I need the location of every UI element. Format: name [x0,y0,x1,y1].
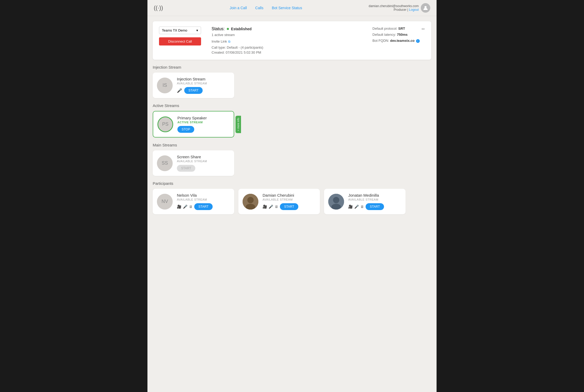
nav-bot-service-status[interactable]: Bot Service Status [272,6,302,10]
svg-point-0 [424,6,427,8]
participant-avatar-jonatan [328,194,344,210]
screen-share-card: SS Screen Share AVAILABLE STREAM START [153,150,234,176]
fqdn-info-icon[interactable]: i [416,39,420,43]
injection-stream-card: IS Injection Stream AVAILABLE STREAM 🎤 S… [153,73,234,98]
participants-row: NV Nelson Vila AVAILABLE STREAM 🎥 🎤 🖥 ST… [153,189,431,214]
injection-stream-title: Injection Stream [153,65,431,69]
nav-join-call[interactable]: Join a Call [230,6,247,10]
screen-share-start-button[interactable]: START [177,165,195,172]
call-card: Teams TX Demo ▾ Disconnect Call Status: … [153,21,431,60]
participants-section: Participants NV Nelson Vila AVAILABLE ST… [153,181,431,214]
status-value: Established [231,27,252,31]
main-streams-title: Main Streams [153,143,431,147]
default-protocol: Default protocol: SRT [372,27,425,30]
injection-stream-section: Injection Stream IS Injection Stream AVA… [153,65,431,98]
user-area: damian.cherubini@southworks.com Producer… [369,3,430,13]
participant-start-button-jonatan[interactable]: START [366,203,384,210]
injection-start-button[interactable]: START [184,87,203,94]
mic-icon-damian: 🎤 [269,205,273,209]
navigation: Join a Call Calls Bot Service Status [230,6,302,10]
logo: ((·)) [154,4,163,11]
primary-speaker-status: ACTIVE STREAM [177,121,229,124]
screen-icon-nelson: 🖥 [189,205,193,209]
primary-speaker-avatar: PS [157,116,173,132]
active-streams-title: Active Streams [153,103,431,108]
mic-icon-nelson: 🎤 [183,205,187,209]
active-stream-count: 1 active stream [212,33,362,37]
participant-start-button-nelson[interactable]: START [194,203,213,210]
primary-speaker-name: Primary Speaker [177,116,229,120]
mic-icon-jonatan: 🎤 [354,205,359,209]
bot-fqdn: Bot FQDN: dev.teamstx.co i [372,39,425,43]
chevron-down-icon: ▾ [196,28,198,32]
user-role: Producer | Logout [369,8,419,12]
screen-icon-jonatan: 🖥 [360,205,364,209]
call-info: Status: Established 1 active stream Invi… [212,27,362,54]
participant-card-damian: Damian Cherubini AVAILABLE STREAM 🎥 🎤 🖥 … [238,189,320,214]
participant-info-jonatan: Jonatan Medinilla AVAILABLE STREAM 🎥 🎤 🖥… [348,193,401,210]
user-info: damian.cherubini@southworks.com Producer… [369,4,419,12]
copy-icon[interactable]: ⧉ [228,40,230,43]
created-at: Created: 07/08/2021 5:02:30 PM [212,50,362,54]
primary-speaker-card: PS Primary Speaker ACTIVE STREAM STOP + … [153,111,234,138]
participant-info-damian: Damian Cherubini AVAILABLE STREAM 🎥 🎤 🖥 … [263,193,316,210]
active-streams-section: Active Streams PS Primary Speaker ACTIVE… [153,103,431,138]
screen-icon-damian: 🖥 [275,205,278,209]
status-dot [227,28,229,30]
primary-speaker-controls: STOP [177,126,229,133]
primary-speaker-stop-button[interactable]: STOP [177,126,194,133]
participant-name-damian: Damian Cherubini [263,193,316,197]
more-info-tab[interactable]: + more info [235,115,241,133]
participant-controls-damian: 🎥 🎤 🖥 START [263,203,316,210]
participant-status-nelson: AVAILABLE STREAM [177,198,230,201]
call-left-panel: Teams TX Demo ▾ Disconnect Call [159,27,201,45]
default-latency: Default latency: 750ms [372,33,425,37]
call-settings: ✏ Default protocol: SRT Default latency:… [372,27,425,45]
user-email: damian.cherubini@southworks.com [369,4,419,8]
video-icon-damian: 🎥 [263,205,267,209]
screen-share-info: Screen Share AVAILABLE STREAM START [177,155,230,172]
participant-status-jonatan: AVAILABLE STREAM [348,198,401,201]
participant-info-nelson: Nelson Vila AVAILABLE STREAM 🎥 🎤 🖥 START [177,193,230,210]
participant-name-nelson: Nelson Vila [177,193,230,197]
svg-point-2 [247,197,254,203]
screen-share-avatar: SS [157,155,173,171]
call-dropdown[interactable]: Teams TX Demo ▾ [159,27,201,34]
video-icon-nelson: 🎥 [177,205,181,209]
participant-avatar-nelson: NV [157,194,173,210]
call-type: Call type: Default - (4 participants) [212,45,362,49]
status-label: Status: [212,27,225,31]
edit-settings-button[interactable]: ✏ [422,27,425,32]
participants-title: Participants [153,181,431,186]
participant-card-nelson: NV Nelson Vila AVAILABLE STREAM 🎥 🎤 🖥 ST… [153,189,234,214]
mic-icon: 🎤 [177,88,182,93]
screen-share-controls: START [177,165,230,172]
nav-calls[interactable]: Calls [255,6,263,10]
participant-card-jonatan: Jonatan Medinilla AVAILABLE STREAM 🎥 🎤 🖥… [324,189,406,214]
primary-speaker-info: Primary Speaker ACTIVE STREAM STOP [177,116,229,133]
avatar [421,3,430,13]
injection-stream-status: AVAILABLE STREAM [177,82,230,85]
participant-start-button-damian[interactable]: START [280,203,298,210]
screen-share-name: Screen Share [177,155,230,159]
participant-name-jonatan: Jonatan Medinilla [348,193,401,197]
main-streams-section: Main Streams SS Screen Share AVAILABLE S… [153,143,431,176]
video-icon-jonatan: 🎥 [348,205,353,209]
disconnect-button[interactable]: Disconnect Call [159,37,201,45]
invite-link-row: Invite Link ⧉ [212,39,362,43]
logout-link[interactable]: Logout [409,8,419,12]
screen-share-status: AVAILABLE STREAM [177,160,230,163]
svg-point-5 [333,197,339,203]
injection-stream-avatar: IS [157,78,173,93]
injection-stream-name: Injection Stream [177,77,230,81]
participant-avatar-damian [243,194,258,210]
participant-controls-nelson: 🎥 🎤 🖥 START [177,203,230,210]
header: ((·)) Join a Call Calls Bot Service Stat… [147,0,437,16]
injection-stream-info: Injection Stream AVAILABLE STREAM 🎤 STAR… [177,77,230,94]
injection-stream-controls: 🎤 START [177,87,230,94]
participant-controls-jonatan: 🎥 🎤 🖥 START [348,203,401,210]
participant-status-damian: AVAILABLE STREAM [263,198,316,201]
